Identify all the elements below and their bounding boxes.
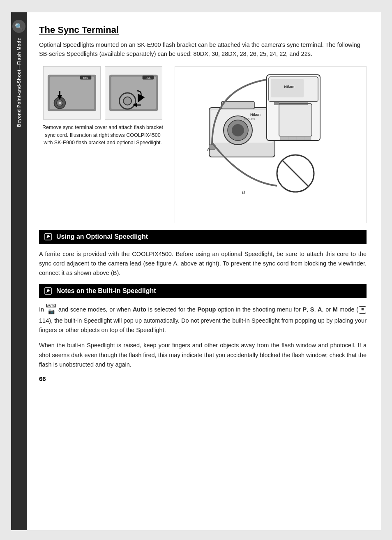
svg-rect-36 xyxy=(274,102,279,105)
sidebar-search-icon: 🔍 xyxy=(12,20,25,33)
auto-bold: Auto xyxy=(133,306,146,313)
svg-text:Nikon: Nikon xyxy=(284,85,294,89)
auto-mode-icon: AUTO📷 xyxy=(46,304,56,316)
m-bold: M xyxy=(333,306,338,313)
a-bold: A xyxy=(318,306,322,313)
svg-line-34 xyxy=(282,160,309,187)
page-container: 🔍 Beyond Point-and-Shoot—Flash Mode The … xyxy=(11,12,381,530)
svg-text:16Mb: 16Mb xyxy=(83,77,88,79)
svg-point-22 xyxy=(232,124,244,136)
section1-body: A ferrite core is provided with the COOL… xyxy=(39,249,367,278)
svg-text:Nikon: Nikon xyxy=(250,113,261,117)
diagram-pair: 16Mb xyxy=(43,66,162,120)
left-diagrams: 16Mb xyxy=(39,66,166,147)
svg-text:B: B xyxy=(242,190,245,195)
diagram-2: 16Mb xyxy=(105,66,162,120)
popup-bold: Popup xyxy=(197,306,216,313)
svg-text:16Mb: 16Mb xyxy=(145,77,151,79)
sidebar: 🔍 Beyond Point-and-Shoot—Flash Mode xyxy=(11,12,27,530)
page-number: 66 xyxy=(39,375,367,382)
s-bold: S xyxy=(310,306,314,313)
sidebar-label: Beyond Point-and-Shoot—Flash Mode xyxy=(16,38,21,127)
section2-body1: In AUTO📷 and scene modes, or when Auto i… xyxy=(39,304,367,335)
p-bold: P xyxy=(303,306,307,313)
diagram-caption: Remove sync terminal cover and attach fl… xyxy=(41,124,164,147)
images-row: 16Mb xyxy=(39,66,367,223)
svg-point-4 xyxy=(59,102,61,104)
camera-icon: 📷 xyxy=(48,307,55,316)
svg-rect-25 xyxy=(221,102,254,109)
section2-title: Notes on the Built-in Speedlight xyxy=(56,287,156,295)
pencil-icon-1 xyxy=(44,233,52,241)
svg-text:A: A xyxy=(207,147,210,152)
svg-rect-37 xyxy=(280,136,311,140)
pencil-icon-2 xyxy=(44,287,52,295)
diagram-2-svg: 16Mb xyxy=(105,67,162,119)
camera-speedlight-svg: Nikon COOLPIX A Nikon xyxy=(201,67,341,223)
svg-rect-10 xyxy=(111,77,156,109)
right-illustration: Nikon COOLPIX A Nikon xyxy=(175,66,367,223)
main-content: The Sync Terminal Optional Speedlights m… xyxy=(27,12,381,395)
diagram-1: 16Mb xyxy=(43,66,101,120)
section2-body2: When the built-in Speedlight is raised, … xyxy=(39,341,367,369)
page-title: The Sync Terminal xyxy=(39,25,367,35)
intro-paragraph: Optional Speedlights mounted on an SK-E9… xyxy=(39,40,367,59)
section1-header: Using an Optional Speedlight xyxy=(39,230,367,244)
section2-header: Notes on the Built-in Speedlight xyxy=(39,284,367,298)
auto-text: AUTO xyxy=(46,304,56,308)
svg-point-12 xyxy=(123,97,131,105)
svg-rect-32 xyxy=(279,104,312,136)
diagram-1-svg: 16Mb xyxy=(44,67,100,119)
svg-text:COOLPIX: COOLPIX xyxy=(244,118,255,120)
section1-title: Using an Optional Speedlight xyxy=(56,233,148,240)
menu-ref-icon: ⊞ xyxy=(359,306,366,314)
